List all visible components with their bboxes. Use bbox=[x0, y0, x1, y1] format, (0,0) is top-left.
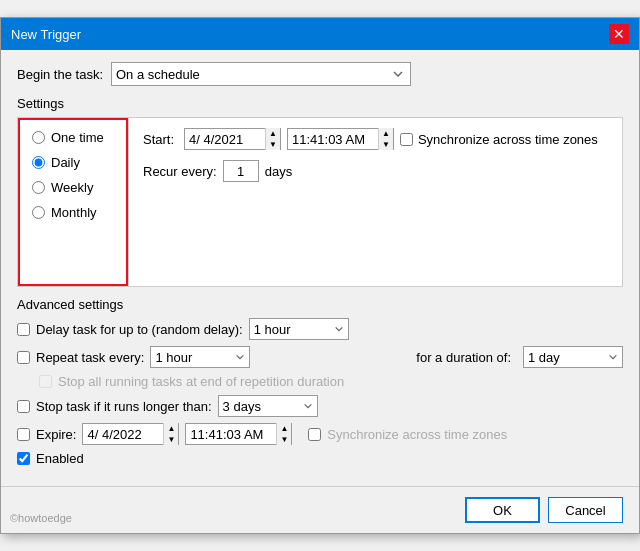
advanced-section-label: Advanced settings bbox=[17, 297, 623, 312]
bottom-bar: OK Cancel bbox=[1, 486, 639, 533]
expire-date-input[interactable] bbox=[83, 424, 163, 444]
expire-time-spin-down[interactable]: ▼ bbox=[277, 434, 291, 445]
recur-row: Recur every: days bbox=[143, 160, 608, 182]
radio-weekly[interactable]: Weekly bbox=[32, 180, 114, 195]
stop-running-row: Stop all running tasks at end of repetit… bbox=[39, 374, 623, 389]
watermark: ©howtoedge bbox=[10, 512, 72, 524]
recur-label: Recur every: bbox=[143, 164, 217, 179]
radio-weekly-input[interactable] bbox=[32, 181, 45, 194]
repeat-task-label: Repeat task every: bbox=[36, 350, 144, 365]
radio-one-time-label: One time bbox=[51, 130, 104, 145]
sync-checkbox[interactable] bbox=[400, 133, 413, 146]
begin-task-select[interactable]: On a schedule At log on At startup bbox=[111, 62, 411, 86]
dialog-content: Begin the task: On a schedule At log on … bbox=[1, 50, 639, 486]
duration-label: for a duration of: bbox=[416, 350, 511, 365]
radio-monthly-input[interactable] bbox=[32, 206, 45, 219]
close-button[interactable]: ✕ bbox=[609, 24, 629, 44]
expire-checkbox[interactable] bbox=[17, 428, 30, 441]
delay-task-select[interactable]: 1 hour 30 minutes 2 hours bbox=[249, 318, 349, 340]
expire-row: Expire: ▲ ▼ ▲ ▼ bbox=[17, 423, 623, 445]
expire-time-wrapper[interactable]: ▲ ▼ bbox=[185, 423, 292, 445]
delay-task-label: Delay task for up to (random delay): bbox=[36, 322, 243, 337]
expire-time-spinner[interactable]: ▲ ▼ bbox=[276, 423, 291, 445]
date-spin-down[interactable]: ▼ bbox=[266, 139, 280, 150]
stop-task-row: Stop task if it runs longer than: 3 days… bbox=[17, 395, 623, 417]
radio-monthly[interactable]: Monthly bbox=[32, 205, 114, 220]
expire-time-input[interactable] bbox=[186, 424, 276, 444]
radio-one-time[interactable]: One time bbox=[32, 130, 114, 145]
enabled-row: Enabled bbox=[17, 451, 623, 466]
new-trigger-dialog: New Trigger ✕ Begin the task: On a sched… bbox=[0, 17, 640, 534]
start-date-wrapper[interactable]: ▲ ▼ bbox=[184, 128, 281, 150]
cancel-button[interactable]: Cancel bbox=[548, 497, 623, 523]
repeat-task-select[interactable]: 1 hour 5 minutes 15 minutes 30 minutes bbox=[150, 346, 250, 368]
radio-weekly-label: Weekly bbox=[51, 180, 93, 195]
expire-sync-checkbox[interactable] bbox=[308, 428, 321, 441]
delay-task-checkbox[interactable] bbox=[17, 323, 30, 336]
expire-time-spin-up[interactable]: ▲ bbox=[277, 423, 291, 434]
expire-sync-label: Synchronize across time zones bbox=[327, 427, 507, 442]
expire-label: Expire: bbox=[36, 427, 76, 442]
begin-task-label: Begin the task: bbox=[17, 67, 103, 82]
title-bar: New Trigger ✕ bbox=[1, 18, 639, 50]
radio-daily-input[interactable] bbox=[32, 156, 45, 169]
time-spin-down[interactable]: ▼ bbox=[379, 139, 393, 150]
start-time-input[interactable] bbox=[288, 129, 378, 149]
expire-date-spinner[interactable]: ▲ ▼ bbox=[163, 423, 178, 445]
schedule-panel: Start: ▲ ▼ ▲ ▼ bbox=[129, 118, 622, 286]
sync-label: Synchronize across time zones bbox=[418, 132, 598, 147]
enabled-label: Enabled bbox=[36, 451, 84, 466]
expire-date-spin-up[interactable]: ▲ bbox=[164, 423, 178, 434]
settings-box: One time Daily Weekly Monthly bbox=[17, 117, 623, 287]
stop-task-select[interactable]: 3 days 30 minutes 1 hour 1 day bbox=[218, 395, 318, 417]
sync-checkbox-row: Synchronize across time zones bbox=[400, 132, 598, 147]
start-label: Start: bbox=[143, 132, 174, 147]
start-time-spinner[interactable]: ▲ ▼ bbox=[378, 128, 393, 150]
duration-select[interactable]: 1 day 30 minutes 1 hour 12 hours Indefin… bbox=[523, 346, 623, 368]
start-date-spinner[interactable]: ▲ ▼ bbox=[265, 128, 280, 150]
dialog-title: New Trigger bbox=[11, 27, 81, 42]
start-row: Start: ▲ ▼ ▲ ▼ bbox=[143, 128, 608, 150]
enabled-checkbox[interactable] bbox=[17, 452, 30, 465]
recur-input[interactable] bbox=[223, 160, 259, 182]
radio-monthly-label: Monthly bbox=[51, 205, 97, 220]
begin-task-row: Begin the task: On a schedule At log on … bbox=[17, 62, 623, 86]
stop-running-checkbox[interactable] bbox=[39, 375, 52, 388]
advanced-section: Advanced settings Delay task for up to (… bbox=[17, 297, 623, 466]
expire-date-spin-down[interactable]: ▼ bbox=[164, 434, 178, 445]
delay-task-row: Delay task for up to (random delay): 1 h… bbox=[17, 318, 623, 340]
time-spin-up[interactable]: ▲ bbox=[379, 128, 393, 139]
radio-panel: One time Daily Weekly Monthly bbox=[18, 118, 128, 286]
expire-date-wrapper[interactable]: ▲ ▼ bbox=[82, 423, 179, 445]
ok-button[interactable]: OK bbox=[465, 497, 540, 523]
start-time-wrapper[interactable]: ▲ ▼ bbox=[287, 128, 394, 150]
settings-section-label: Settings bbox=[17, 96, 623, 111]
repeat-task-checkbox[interactable] bbox=[17, 351, 30, 364]
stop-running-label: Stop all running tasks at end of repetit… bbox=[58, 374, 344, 389]
radio-daily-label: Daily bbox=[51, 155, 80, 170]
repeat-task-row: Repeat task every: 1 hour 5 minutes 15 m… bbox=[17, 346, 623, 368]
radio-one-time-input[interactable] bbox=[32, 131, 45, 144]
date-spin-up[interactable]: ▲ bbox=[266, 128, 280, 139]
stop-task-label: Stop task if it runs longer than: bbox=[36, 399, 212, 414]
recur-unit: days bbox=[265, 164, 292, 179]
start-date-input[interactable] bbox=[185, 129, 265, 149]
radio-daily[interactable]: Daily bbox=[32, 155, 114, 170]
stop-task-checkbox[interactable] bbox=[17, 400, 30, 413]
